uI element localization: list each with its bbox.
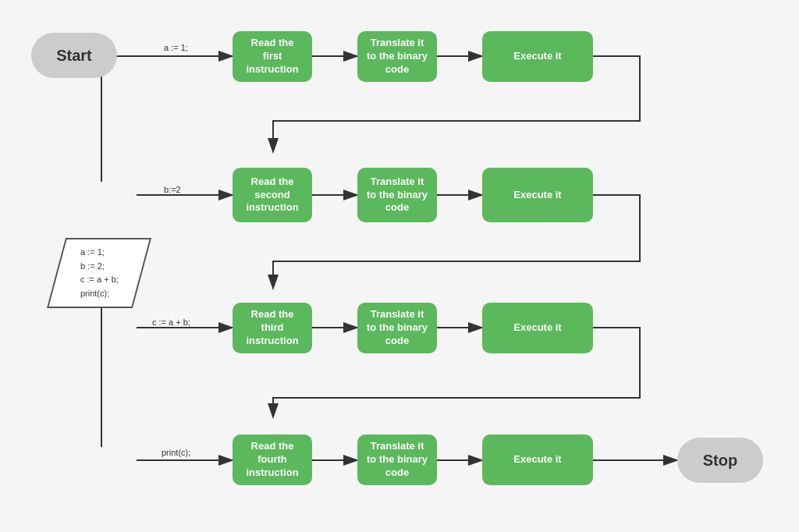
code-block: a := 1;b := 2;c := a + b;print(c); bbox=[56, 238, 142, 308]
row2-read: Read thesecondinstruction bbox=[233, 168, 312, 222]
row3-read: Read thethirdinstruction bbox=[233, 303, 312, 353]
row4-execute: Execute it bbox=[482, 434, 593, 485]
row2-execute: Execute it bbox=[482, 168, 593, 222]
start-node: Start bbox=[31, 33, 117, 78]
row2-translate: Translate itto the binarycode bbox=[357, 168, 437, 222]
code-block-text: a := 1;b := 2;c := a + b;print(c); bbox=[80, 246, 119, 300]
diagram: Start a := 1;b := 2;c := a + b;print(c);… bbox=[0, 0, 799, 532]
row3-translate: Translate itto the binarycode bbox=[357, 303, 437, 353]
stop-label: Stop bbox=[703, 452, 737, 470]
row1-execute: Execute it bbox=[482, 31, 593, 82]
stop-node: Stop bbox=[677, 438, 763, 483]
row3-execute: Execute it bbox=[482, 303, 593, 353]
row1-edge-label: a := 1; bbox=[164, 43, 188, 52]
row4-read: Read thefourthinstruction bbox=[233, 434, 312, 485]
start-label: Start bbox=[56, 47, 92, 65]
row4-edge-label: print(c); bbox=[162, 448, 190, 457]
row4-translate: Translate itto the binarycode bbox=[357, 434, 437, 485]
row3-edge-label: c := a + b; bbox=[152, 317, 190, 327]
row1-translate: Translate itto the binarycode bbox=[357, 31, 437, 82]
row1-read: Read thefirstinstruction bbox=[233, 31, 312, 82]
row2-edge-label: b:=2 bbox=[164, 185, 181, 194]
